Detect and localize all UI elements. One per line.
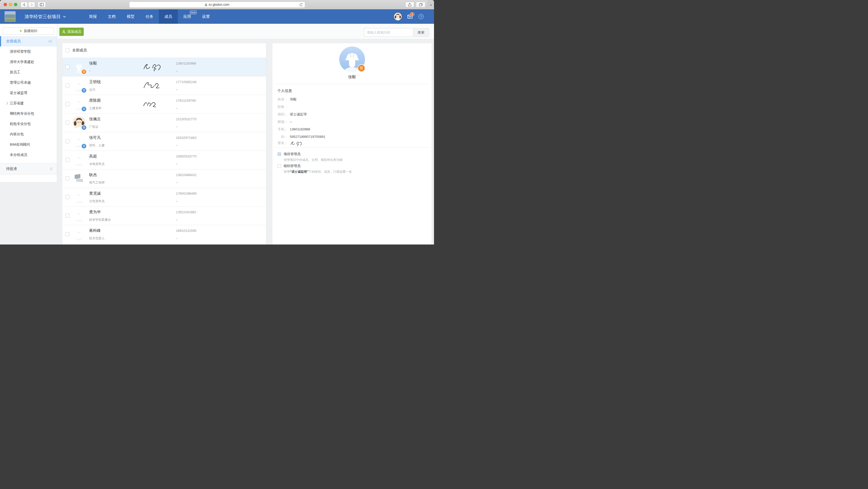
project-admin-desc: 管理项目中的成员、文档、模型和任务功能 <box>284 158 343 162</box>
member-signature <box>142 61 163 72</box>
project-switcher[interactable]: 清华经管三创项目 <box>25 9 66 24</box>
org-admin-checkbox[interactable] <box>277 164 281 168</box>
help-button[interactable]: ? <box>418 14 424 19</box>
select-all-checkbox[interactable] <box>65 48 69 53</box>
member-row[interactable]: 蒋科峰 技术负责人 18910131595 – <box>62 225 266 244</box>
reload-button[interactable] <box>300 3 303 7</box>
field-label: ID： <box>277 134 288 139</box>
chevron-right-icon <box>31 3 33 6</box>
nav-tab[interactable]: 文档 <box>102 9 121 24</box>
member-row[interactable]: 管 张佩云 广联达 15150532770 – <box>62 113 266 132</box>
nav-tab[interactable]: 成员 <box>159 9 178 24</box>
row-checkbox[interactable] <box>65 121 69 125</box>
sidebar-org-item[interactable]: 全部成员 40 <box>0 36 57 46</box>
member-phone: 17600196499 <box>176 192 196 195</box>
member-name: 蒋科峰 <box>89 228 101 233</box>
member-row[interactable]: 高超 水电资料员 15850533770 – <box>62 151 266 169</box>
nav-tab[interactable]: 应用 beta <box>178 9 196 24</box>
sidebar-item-label: 钢结构专业分包 <box>10 111 34 116</box>
nav-tab[interactable]: 模型 <box>121 9 140 24</box>
nav-tab[interactable]: 任务 <box>140 9 159 24</box>
tab-overview-button[interactable] <box>416 2 426 7</box>
new-tab-button[interactable]: + <box>428 0 434 9</box>
member-row[interactable]: 耿杰 电气工程师 13810488432 – <box>62 169 266 188</box>
member-row[interactable]: 管 王明锐 总代 17710585246 – <box>62 76 266 95</box>
row-checkbox[interactable] <box>65 139 69 143</box>
project-admin-checkbox[interactable]: ✓ <box>277 152 281 156</box>
sidebar-org-item[interactable]: 管理公司卓越 <box>0 77 57 88</box>
nav-tab[interactable]: 设置 <box>196 9 215 24</box>
sidebar-org-item[interactable]: 未分组成员 <box>0 150 57 160</box>
share-button[interactable] <box>405 2 414 7</box>
nav-tab[interactable]: 简报 <box>84 9 102 24</box>
search-button[interactable]: 搜索 <box>413 28 429 37</box>
field-label: 姓名： <box>277 97 288 102</box>
row-checkbox[interactable] <box>65 176 69 181</box>
member-row[interactable]: 管 张可凡 资料、土建 18332971863 – <box>62 132 266 151</box>
back-button[interactable] <box>21 2 28 7</box>
sidebar-org-item[interactable]: BIM咨询顾问 <box>0 139 57 150</box>
row-checkbox[interactable] <box>65 214 69 218</box>
sidebar-org-item[interactable]: 内装分包 <box>0 129 57 139</box>
member-phone: 13810488432 <box>176 173 196 177</box>
row-checkbox[interactable] <box>65 195 69 199</box>
minimize-window-button[interactable] <box>9 3 12 6</box>
sidebar-item-pending[interactable]: 待批准 0 <box>0 163 57 174</box>
add-person-icon <box>62 30 66 34</box>
member-row[interactable]: 金峰 18601044288 – <box>62 244 266 244</box>
member-name: 王明锐 <box>89 79 101 85</box>
sidebar-org-item[interactable]: 诺士诚监理 <box>0 88 57 98</box>
member-phone-secondary: – <box>176 88 178 91</box>
browser-window: xz.glodon.com + 清华经管三创项目 简报 <box>0 0 434 244</box>
close-window-button[interactable] <box>4 3 7 6</box>
member-phone-secondary: – <box>176 162 178 166</box>
member-phone: 15850533770 <box>176 154 196 158</box>
search-input[interactable] <box>364 28 413 37</box>
sidebar-org-item[interactable]: 新员工 <box>0 67 57 77</box>
field-value: 诺士诚监理 <box>290 112 307 117</box>
sidebar-item-label: 内装分包 <box>10 132 24 137</box>
row-checkbox[interactable] <box>65 65 69 69</box>
add-member-button[interactable]: 添加成员 <box>59 28 84 36</box>
row-checkbox[interactable] <box>65 84 69 88</box>
browser-titlebar: xz.glodon.com + <box>0 0 434 9</box>
chevron-right-icon[interactable] <box>5 102 8 104</box>
member-phone: 18910131595 <box>176 229 196 233</box>
sidebar-org-item[interactable]: 江苏省建 <box>0 98 57 108</box>
sidebar-org-item[interactable]: 清华大学基建处 <box>0 57 57 67</box>
nav-tab-label: 设置 <box>202 14 210 19</box>
address-bar[interactable]: xz.glodon.com <box>129 2 305 8</box>
sidebar-item-label: 新员工 <box>10 70 21 75</box>
member-rows: 管 张毅 – 13601183988 – 管 王明锐 <box>62 58 266 244</box>
new-org-button[interactable]: + 新建组织 <box>3 27 54 35</box>
zoom-window-button[interactable] <box>14 3 17 6</box>
member-row[interactable]: 管 张毅 – 13601183988 – <box>62 58 266 76</box>
row-checkbox[interactable] <box>65 232 69 236</box>
member-phone-secondary: – <box>176 181 178 184</box>
sidebar-org-item[interactable]: 清华经管学院 <box>0 46 57 57</box>
member-role: 土建资料 <box>89 106 101 110</box>
sidebar-org-item[interactable]: 机电专业分包 <box>0 119 57 129</box>
member-avatar <box>72 191 86 203</box>
member-role: 资料、土建 <box>89 143 104 148</box>
url-text: xz.glodon.com <box>209 3 229 6</box>
org-admin-label: 组织管理员 <box>284 164 301 168</box>
member-row[interactable]: 黄为华 经管学院基建办 13911041882 – <box>62 206 266 225</box>
admin-badge: 管 <box>81 143 87 149</box>
row-checkbox[interactable] <box>65 158 69 162</box>
messages-button[interactable]: 4 <box>407 15 412 20</box>
unread-count-badge: 4 <box>410 12 414 16</box>
project-logo[interactable] <box>5 11 16 22</box>
member-row[interactable]: 黄克诚 分包资料员 17600196499 – <box>62 188 266 206</box>
member-row[interactable]: 管 席陈茜 土建资料 17611159780 – <box>62 95 266 113</box>
member-phone-secondary: – <box>176 143 178 147</box>
org-admin-desc: 管理“诺士诚监理”下的组织、成员，只能设置一名 <box>284 170 352 174</box>
row-checkbox[interactable] <box>65 102 69 106</box>
sidebar-org-item[interactable]: 钢结构专业分包 <box>0 108 57 119</box>
personal-info-fields: 姓名： 张毅 职务： 组织： 诺士诚监理 邮箱： – <box>277 96 325 140</box>
sidebar-toggle-button[interactable] <box>38 2 46 7</box>
user-avatar[interactable] <box>394 13 402 21</box>
member-role: 技术负责人 <box>89 236 104 241</box>
forward-button[interactable] <box>28 2 35 7</box>
sidebar-item-label: 江苏省建 <box>10 101 24 106</box>
